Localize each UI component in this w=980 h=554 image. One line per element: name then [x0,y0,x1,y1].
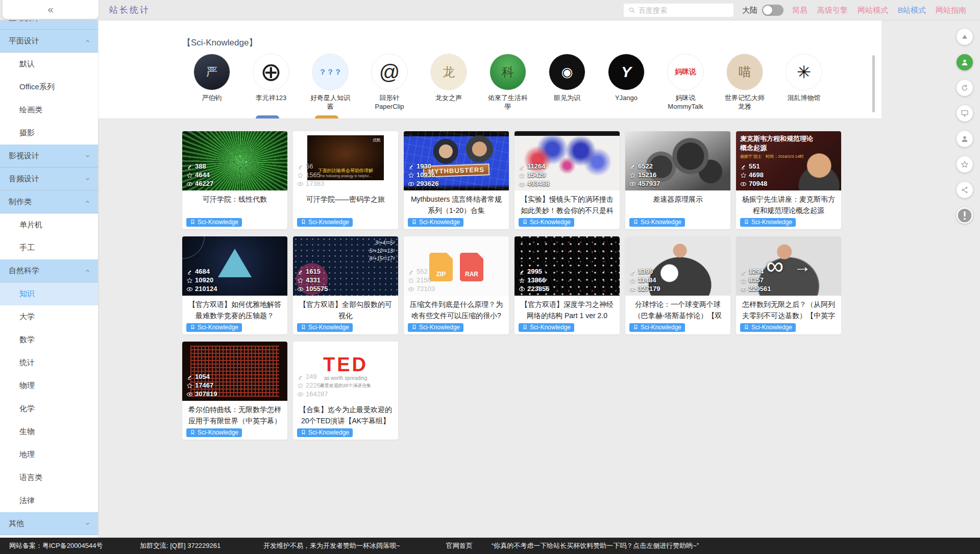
video-card[interactable]: ∞→12948357229561怎样数到无限之后？（从阿列夫零到不可达基数）【中… [736,236,841,334]
toggle-knob [763,6,772,15]
star-button[interactable] [957,156,973,173]
stat-value: 4698 [749,171,764,180]
video-card[interactable]: 3²+4²=5²5²+12²=13²8²+15²=17²161543311055… [293,236,398,334]
search-box[interactable] [624,4,733,17]
arrow-up-button[interactable] [957,29,973,45]
sidebar-collapse-button[interactable]: « [3,0,99,19]
tag-row: Sci-Knowledge [297,218,394,227]
uploader-item[interactable]: ？？？好奇星人知识酱 [301,54,360,111]
stat-value: 13866 [527,276,546,285]
sidebar-item-摄影[interactable]: 摄影 [0,122,98,144]
uploader-item[interactable]: 喵世界记忆大师龙雅 [715,54,774,111]
uploader-item[interactable]: ✳混乱博物馆 [774,54,834,111]
sidebar-item-绘画类[interactable]: 绘画类 [0,99,98,122]
coin-icon [519,163,525,170]
footer-item-3[interactable]: 官网首页 [446,538,473,554]
sci-knowledge-tag[interactable]: Sci-Knowledge [408,323,463,332]
user-button[interactable] [957,54,973,70]
sci-knowledge-tag[interactable]: Sci-Knowledge [519,323,574,332]
user-button[interactable] [957,131,973,147]
info-button[interactable] [957,207,973,224]
video-stats: 105417467307819 [186,373,217,399]
sidebar-item-知识[interactable]: 知识 [0,282,98,305]
sidebar-group-7[interactable]: 音频设计 [0,167,98,190]
sci-knowledge-tag[interactable]: Sci-Knowledge [408,218,463,227]
video-card[interactable]: 388464446227可汗学院：线性代数Sci-Knowledge [182,131,287,229]
sci-knowledge-tag[interactable]: Sci-Knowledge [740,323,796,332]
uploader-item[interactable]: 龙龙女之声 [419,54,478,111]
thumbnail-overlay: 3²+4²=5²5²+12²=13²8²+15²=17² [370,239,395,263]
uploader-item[interactable]: @回形针PaperClip [360,54,419,111]
stat-value: 2226 [306,381,321,390]
stat-row: 46227 [186,180,213,188]
topbar-link-2[interactable]: 网站模式 [857,6,888,15]
sidebar-group-label: 音频设计 [9,174,39,184]
refresh-button[interactable] [957,80,973,96]
sidebar-group-11[interactable]: 自然科学 [0,259,98,282]
video-card[interactable]: MYTHBUSTERS193010936293626Mythbusters 流言… [404,131,509,229]
sci-knowledge-tag[interactable]: Sci-Knowledge [186,323,242,332]
region-toggle[interactable] [762,5,783,16]
uploader-item[interactable]: ◉眼见为识 [537,54,597,111]
sci-knowledge-tag[interactable]: Sci-Knowledge [740,218,796,227]
sci-knowledge-tag[interactable]: Sci-Knowledge [297,323,353,332]
stat-row: 210124 [186,285,217,294]
video-title: 【官方双语】深度学习之神经网络的结构 Part 1 ver 2.0 [519,299,616,322]
video-card[interactable]: 652215216457937差速器原理展示Sci-Knowledge [625,131,730,229]
video-card[interactable]: 1126415429493468【实验】慢镜头下的涡环撞击如此美妙！教会你的不只… [514,131,620,229]
uploader-item[interactable]: 妈咪说妈咪说MommyTalk [656,54,715,111]
uploader-item[interactable]: YYJango [597,54,656,111]
topbar-link-0[interactable]: 简易 [792,6,807,15]
sidebar-item-数学[interactable]: 数学 [0,328,98,351]
sidebar-item-Office系列[interactable]: Office系列 [0,76,98,99]
sci-knowledge-tag[interactable]: Sci-Knowledge [629,323,685,332]
sci-knowledge-tag[interactable]: Sci-Knowledge [629,218,685,227]
video-card[interactable]: 139511484327179分球悖论：一个球变两个球（巴拿赫-塔斯基悖论）【双… [625,236,730,334]
sci-knowledge-tag[interactable]: Sci-Knowledge [297,218,353,227]
chevron-down-icon [84,176,91,182]
sidebar-group-label: 制作类 [9,197,32,207]
uploader-item[interactable]: 科佑來了生活科學 [478,54,537,111]
bookmark-icon [522,219,528,225]
uploader-item[interactable]: 严严伯钧 [182,54,241,111]
top-bar: « 站长统计 大陆 简易高级引擎网站模式B站模式网站指南 [0,0,980,20]
panel-scrollbar[interactable] [872,55,875,112]
sidebar-item-地理[interactable]: 地理 [0,443,98,466]
sidebar-item-统计[interactable]: 统计 [0,351,98,374]
footer-item-0[interactable]: 网站备案：粤ICP备20004544号 [9,538,103,554]
sidebar-item-法律[interactable]: 法律 [0,489,98,512]
sidebar-item-生物[interactable]: 生物 [0,420,98,443]
video-card[interactable]: 优酷下面的比喻将会帮助你理解The following analogy is h… [293,131,398,229]
sidebar-group-22[interactable]: 其他 [0,512,98,535]
topbar-link-1[interactable]: 高级引擎 [817,6,848,15]
sci-knowledge-tag[interactable]: Sci-Knowledge [519,218,574,227]
sidebar-item-默认[interactable]: 默认 [0,53,98,76]
sidebar-group-6[interactable]: 影视设计 [0,144,98,167]
sidebar-group-0[interactable]: 三维设计 [0,20,98,30]
sidebar-group-1[interactable]: 平面设计 [0,30,98,53]
video-card[interactable]: 105417467307819希尔伯特曲线：无限数学怎样应用于有限世界（中英字幕… [182,342,287,440]
sidebar-item-化学[interactable]: 化学 [0,397,98,420]
share-button[interactable] [957,182,973,198]
sci-knowledge-tag[interactable]: Sci-Knowledge [186,428,242,437]
video-card[interactable]: ZIPRAR552215072103压缩文件到底是什么原理？为啥有些文件可以压缩… [404,236,509,334]
search-input[interactable] [639,6,729,14]
sci-knowledge-tag[interactable]: Sci-Knowledge [186,218,242,227]
uploader-item[interactable]: ⊕李元祥123 [241,54,301,111]
topbar-link-3[interactable]: B站模式 [898,6,926,15]
bookmark-icon [301,324,306,330]
monitor-button[interactable] [957,105,973,122]
sidebar-item-语言类[interactable]: 语言类 [0,466,98,489]
sidebar-item-大学[interactable]: 大学 [0,305,98,328]
topbar-link-4[interactable]: 网站指南 [936,6,966,15]
video-card[interactable]: 麦克斯韦方程和规范理论概念起源杨振宁 院士 时间：2018/2/3 14时551… [736,131,841,229]
sidebar-group-8[interactable]: 制作类 [0,190,98,213]
video-card[interactable]: 299513866223856【官方双语】深度学习之神经网络的结构 Part 1… [514,236,620,334]
sidebar-item-手工[interactable]: 手工 [0,236,98,259]
video-card[interactable]: 468410920210124【官方双语】如何优雅地解答最难数学竞赛的压轴题？S… [182,236,287,334]
sci-knowledge-tag[interactable]: Sci-Knowledge [297,428,353,437]
avatar-glyph: 龙 [443,64,455,80]
video-card[interactable]: TEDas worth spreading最受欢迎的20个演讲合集2492226… [293,342,398,440]
sidebar-item-单片机[interactable]: 单片机 [0,213,98,236]
sidebar-item-物理[interactable]: 物理 [0,374,98,397]
